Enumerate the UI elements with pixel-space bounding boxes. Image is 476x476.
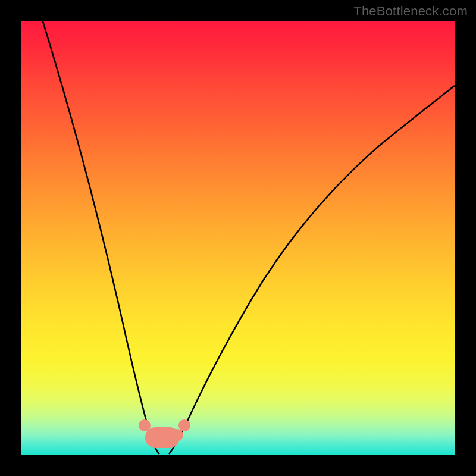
right-curve: [169, 86, 455, 454]
watermark-text: TheBottleneck.com: [353, 4, 468, 19]
left-curve: [43, 21, 159, 454]
chart-plot-area: [21, 21, 455, 455]
bottleneck-dot-right: [178, 419, 190, 431]
bottleneck-curves: [21, 21, 455, 455]
